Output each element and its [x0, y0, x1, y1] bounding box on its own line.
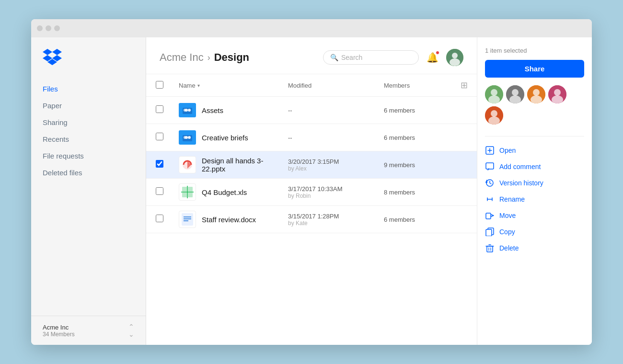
file-icon — [179, 102, 196, 119]
member-avatar[interactable] — [485, 106, 503, 125]
members-count: 6 members — [384, 216, 415, 223]
members-count: 6 members — [384, 134, 415, 141]
action-version-history[interactable]: Version history — [485, 175, 584, 191]
move-icon — [485, 211, 495, 220]
row-extra-cell — [453, 179, 477, 206]
svg-rect-19 — [188, 193, 193, 197]
row-checkbox[interactable] — [156, 160, 163, 168]
modified-date: 3/17/2017 10:33AM — [288, 185, 369, 193]
share-button[interactable]: Share — [485, 60, 584, 78]
svg-point-7 — [184, 109, 186, 112]
row-extra-cell — [453, 124, 477, 151]
open-icon — [485, 146, 495, 155]
sidebar-item-sharing[interactable]: Sharing — [31, 114, 146, 131]
action-rename[interactable]: Rename — [485, 191, 584, 207]
notification-bell-button[interactable]: 🔔 — [425, 50, 440, 65]
maximize-btn[interactable] — [54, 25, 60, 31]
row-checkbox[interactable] — [156, 105, 163, 113]
file-name: Creative briefs — [202, 134, 248, 142]
table-row[interactable]: Assets -- 6 members — [146, 97, 477, 124]
row-checkbox[interactable] — [156, 133, 163, 140]
search-box[interactable]: 🔍 — [323, 50, 419, 65]
modified-by: by Kate — [288, 220, 369, 227]
user-avatar[interactable] — [446, 49, 463, 66]
row-members-cell: 6 members — [376, 206, 453, 233]
svg-point-30 — [512, 89, 519, 96]
svg-rect-17 — [188, 187, 193, 192]
action-label: Add comment — [499, 163, 541, 171]
svg-point-11 — [188, 136, 191, 139]
name-column-label: Name — [179, 82, 196, 89]
svg-point-39 — [491, 110, 497, 117]
action-open[interactable]: Open — [485, 142, 584, 159]
search-input[interactable] — [341, 54, 412, 61]
org-name: Acme Inc — [43, 324, 75, 331]
row-modified-cell: 3/15/2017 1:28PM by Kate — [280, 206, 376, 233]
svg-rect-47 — [486, 213, 491, 219]
member-avatar[interactable] — [527, 85, 545, 103]
sidebar-item-paper[interactable]: Paper — [31, 97, 146, 114]
action-label: Rename — [499, 195, 525, 203]
minimize-btn[interactable] — [46, 25, 51, 31]
row-members-cell: 8 members — [376, 179, 453, 206]
divider — [485, 136, 584, 136]
row-checkbox-cell — [146, 124, 171, 151]
sidebar-item-recents[interactable]: Recents — [31, 131, 146, 148]
breadcrumb-parent: Acme Inc — [160, 51, 204, 64]
row-name-cell: Assets — [171, 97, 280, 124]
sidebar-item-file-requests[interactable]: File requests — [31, 148, 146, 164]
table-row[interactable]: Staff review.docx 3/15/2017 1:28PM by Ka… — [146, 206, 477, 233]
table-row[interactable]: Q4 Budget.xls 3/17/2017 10:33AM by Robin… — [146, 179, 477, 206]
th-name[interactable]: Name ▾ — [171, 74, 280, 97]
action-move[interactable]: Move — [485, 207, 584, 224]
action-add-comment[interactable]: Add comment — [485, 159, 584, 175]
row-name-cell: Creative briefs — [171, 124, 280, 151]
members-column-label: Members — [384, 82, 410, 89]
table-row[interactable]: Creative briefs -- 6 members — [146, 124, 477, 151]
row-checkbox[interactable] — [156, 187, 163, 195]
sidebar-nav: Files Paper Sharing Recents File request… — [31, 80, 146, 316]
th-checkbox — [146, 74, 171, 97]
member-avatar[interactable] — [485, 85, 503, 103]
rename-icon — [485, 195, 495, 204]
member-avatar[interactable] — [548, 85, 566, 103]
file-table-body: Assets -- 6 members Creative br — [146, 97, 477, 233]
sidebar: Files Paper Sharing Recents File request… — [31, 37, 146, 345]
row-modified-cell: 3/17/2017 10:33AM by Robin — [280, 179, 376, 206]
row-checkbox-cell — [146, 179, 171, 206]
delete-icon — [485, 244, 495, 252]
row-checkbox[interactable] — [156, 215, 163, 222]
file-name: Staff review.docx — [202, 216, 256, 224]
close-btn[interactable] — [37, 25, 43, 31]
action-label: Version history — [499, 179, 543, 187]
row-members-cell: 6 members — [376, 97, 453, 124]
file-table: Name ▾ Modified Members ⊞ — [146, 74, 477, 233]
members-count: 6 members — [384, 107, 415, 114]
row-members-cell: 9 members — [376, 151, 453, 179]
modified-column-label: Modified — [288, 82, 312, 89]
traffic-lights — [37, 25, 60, 31]
row-name-cell: Q4 Budget.xls — [171, 179, 280, 206]
breadcrumb: Acme Inc › Design — [160, 51, 249, 64]
row-extra-cell — [453, 151, 477, 179]
th-grid[interactable]: ⊞ — [453, 74, 477, 97]
grid-view-icon[interactable]: ⊞ — [461, 80, 468, 90]
modified-date: -- — [288, 134, 369, 141]
avatar-image — [446, 49, 463, 66]
member-avatar[interactable] — [506, 85, 524, 103]
row-modified-cell: -- — [280, 124, 376, 151]
file-icon — [179, 211, 196, 228]
org-info: Acme Inc 34 Members — [43, 324, 75, 338]
sidebar-item-deleted-files[interactable]: Deleted files — [31, 164, 146, 181]
action-delete[interactable]: Delete — [485, 240, 584, 256]
select-all-checkbox[interactable] — [156, 81, 163, 89]
org-switcher[interactable]: ⌃⌄ — [128, 323, 134, 338]
selected-count: 1 item selected — [485, 47, 584, 54]
action-copy[interactable]: Copy — [485, 224, 584, 240]
sidebar-item-files[interactable]: Files — [31, 80, 146, 97]
row-extra-cell — [453, 206, 477, 233]
modified-by: by Alex — [288, 165, 369, 172]
content-area: Acme Inc › Design 🔍 🔔 — [146, 37, 477, 345]
table-header-row: Name ▾ Modified Members ⊞ — [146, 74, 477, 97]
table-row[interactable]: Design all hands 3-22.pptx 3/20/2017 3:1… — [146, 151, 477, 179]
